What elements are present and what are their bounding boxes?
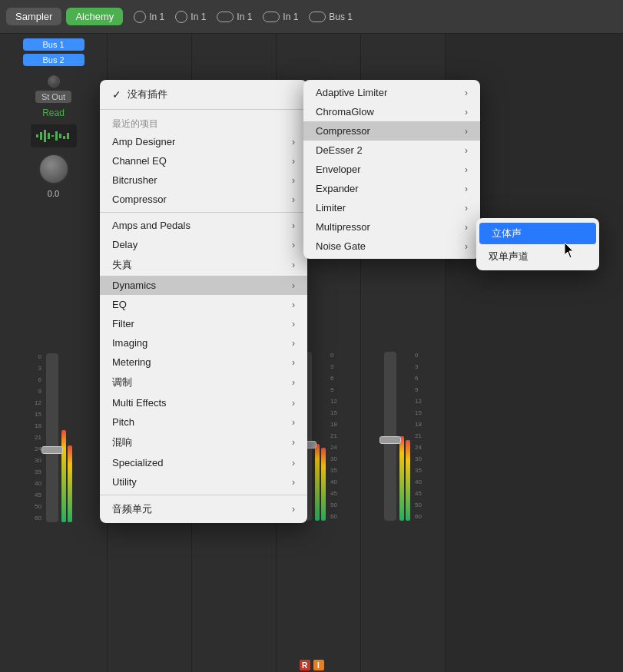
stereo-icon-1	[217, 12, 234, 22]
indicator-i: I	[313, 660, 324, 670]
ch5-meter-l	[399, 436, 404, 521]
svg-rect-5	[55, 131, 58, 141]
bus2-button[interactable]: Bus 2	[23, 54, 85, 66]
menu-chromaglow[interactable]: ChromaGlow ›	[303, 102, 480, 121]
ch1-track-icon	[31, 124, 77, 147]
menu-tiaozhi[interactable]: 调制 ›	[100, 372, 307, 393]
ch4-meters	[315, 352, 326, 521]
ch1-scale-left: 0 3 6 9 12 15 18 21 24 30 35 40 45 50 60	[35, 353, 43, 522]
menu-audio-units[interactable]: 音频单元 ›	[100, 498, 307, 520]
ch4-meter-r	[321, 448, 326, 521]
menu-hunxiang[interactable]: 混响 ›	[100, 432, 307, 453]
bus1-button[interactable]: Bus 1	[23, 38, 85, 51]
ch5-fader-thumb[interactable]	[379, 436, 401, 444]
arrow-imaging: ›	[292, 338, 295, 349]
arrow-filter: ›	[292, 319, 295, 329]
arrow-icon-4: ›	[292, 194, 295, 205]
ch1-st-out[interactable]: St Out	[35, 91, 71, 103]
menu-deesser2[interactable]: DeEsser 2 ›	[303, 141, 480, 160]
arrow-icon-3: ›	[292, 175, 295, 186]
menu-expander[interactable]: Expander ›	[303, 179, 480, 198]
divider-3	[100, 495, 307, 495]
menu-adaptive-limiter[interactable]: Adaptive Limiter ›	[303, 83, 480, 102]
menu-channel-eq[interactable]: Channel EQ ›	[100, 151, 307, 170]
menu-level2: Adaptive Limiter › ChromaGlow › Compress…	[303, 80, 480, 259]
menu-shizhen[interactable]: 失真 ›	[100, 254, 307, 276]
menu-filter[interactable]: Filter ›	[100, 314, 307, 333]
channel-strip-1: Bus 1 Bus 2 St Out Read	[0, 34, 108, 672]
svg-rect-6	[59, 134, 61, 138]
arrow-noise-gate: ›	[465, 241, 468, 252]
ch1-large-knob[interactable]	[38, 154, 69, 184]
arrow-eq: ›	[292, 300, 295, 310]
menu-multi-effects[interactable]: Multi Effects ›	[100, 393, 307, 412]
alchemy-button[interactable]: Alchemy	[66, 8, 123, 25]
svg-rect-8	[67, 133, 69, 139]
bottom-indicators: R I	[300, 660, 324, 670]
ch1-top: Bus 1 Bus 2 St Out Read	[0, 37, 107, 200]
stereo-icon-2	[263, 12, 280, 22]
mono-icon-2	[175, 11, 187, 23]
ch5-meters	[399, 352, 410, 521]
channel-mono-1: In 1	[134, 11, 164, 23]
menu-stereo[interactable]: 立体声	[479, 223, 596, 244]
ch5-fader-track[interactable]	[384, 352, 396, 521]
menu-compressor-recent[interactable]: Compressor ›	[100, 190, 307, 209]
ch1-value: 0.0	[48, 189, 59, 198]
arrow-multi: ›	[292, 398, 295, 409]
menu-noise-gate[interactable]: Noise Gate ›	[303, 237, 480, 256]
channel-stereo-2: In 1	[263, 12, 298, 22]
menu-compressor-l2[interactable]: Compressor ›	[303, 121, 480, 141]
ch4-scale-right: 0 3 6 9 12 15 18 21 24 30 35 40 45 50 60	[329, 352, 337, 521]
recent-header: 最近的项目	[100, 113, 307, 132]
arrow-hunxiang: ›	[292, 437, 295, 448]
menu-eq[interactable]: EQ ›	[100, 295, 307, 314]
waveform-svg	[35, 128, 73, 144]
arrow-expander: ›	[465, 184, 468, 194]
menu-delay[interactable]: Delay ›	[100, 235, 307, 254]
ch1-fader-thumb[interactable]	[41, 446, 63, 454]
menu-level3: 立体声 双单声道	[476, 218, 599, 270]
menu-metering[interactable]: Metering ›	[100, 353, 307, 372]
menu-dual-mono[interactable]: 双单声道	[476, 246, 599, 267]
menu-enveloper[interactable]: Enveloper ›	[303, 160, 480, 179]
menu-dynamics[interactable]: Dynamics ›	[100, 276, 307, 295]
menu-amps-pedals[interactable]: Amps and Pedals ›	[100, 216, 307, 235]
arrow-tiaozhi: ›	[292, 377, 295, 388]
arrow-shizhen: ›	[292, 260, 295, 270]
menu-utility[interactable]: Utility ›	[100, 472, 307, 492]
ch4-meter-l	[315, 444, 320, 521]
menu-no-plugin[interactable]: ✓ 没有插件	[100, 83, 307, 106]
sampler-button[interactable]: Sampler	[6, 8, 61, 25]
ch5-meter-r	[406, 440, 410, 521]
arrow-chroma: ›	[465, 107, 468, 118]
arrow-dynamics: ›	[292, 280, 295, 291]
ch1-knob[interactable]	[48, 75, 60, 88]
menu-imaging[interactable]: Imaging ›	[100, 333, 307, 353]
arrow-limiter: ›	[465, 203, 468, 214]
menu-bitcrusher[interactable]: Bitcrusher ›	[100, 170, 307, 190]
arrow-icon-1: ›	[292, 137, 295, 147]
ch1-knob-row	[48, 75, 60, 88]
menu-pitch[interactable]: Pitch ›	[100, 412, 307, 432]
svg-rect-7	[63, 136, 65, 139]
top-bar: Sampler Alchemy In 1 In 1 In 1 In 1 Bus …	[0, 0, 623, 34]
menu-specialized[interactable]: Specialized ›	[100, 453, 307, 472]
arrow-multipressor: ›	[465, 222, 468, 233]
channel-bus-1: Bus 1	[309, 12, 353, 22]
arrow-audio-units: ›	[292, 504, 295, 515]
menu-limiter[interactable]: Limiter ›	[303, 198, 480, 217]
ch1-meters	[61, 353, 72, 522]
menu-multipressor[interactable]: Multipressor ›	[303, 217, 480, 237]
arrow-utility: ›	[292, 477, 295, 488]
ch1-read[interactable]: Read	[42, 108, 65, 118]
ch1-fader-track[interactable]	[46, 353, 58, 522]
arrow-icon-2: ›	[292, 156, 295, 167]
checkmark-icon: ✓	[112, 88, 121, 101]
arrow-delay: ›	[292, 240, 295, 250]
indicator-r: R	[300, 660, 310, 670]
divider-1	[100, 109, 307, 110]
divider-2	[100, 212, 307, 213]
arrow-compressor: ›	[465, 126, 468, 137]
menu-amp-designer[interactable]: Amp Designer ›	[100, 132, 307, 151]
